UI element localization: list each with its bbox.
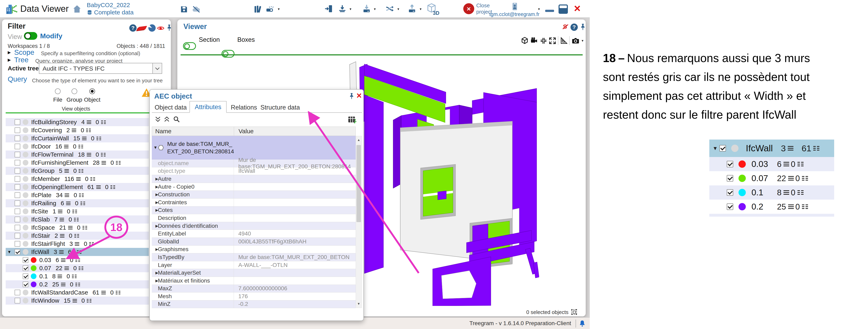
row-expander-icon[interactable]: ▶ xyxy=(152,177,158,181)
tree-row[interactable]: IfcOpeningElement610 xyxy=(6,183,149,191)
viewer-video-icon[interactable] xyxy=(530,36,538,44)
tree-row[interactable]: IfcFurnishingElement280 xyxy=(6,159,149,167)
screenshot-camera-icon[interactable] xyxy=(571,36,580,45)
shuffle-caret-icon[interactable]: ▼ xyxy=(397,7,400,11)
close-window-button[interactable]: × xyxy=(574,2,581,15)
tree-row-checkbox[interactable] xyxy=(14,209,20,214)
filter-help-icon[interactable]: ? xyxy=(129,24,136,32)
row-expander-icon[interactable]: ▶ xyxy=(152,185,158,189)
upload-caret-icon[interactable]: ▼ xyxy=(419,7,422,11)
attribute-row[interactable]: LayerA-WALL-___-OTLN xyxy=(152,261,356,269)
checkbox[interactable] xyxy=(719,145,726,151)
notifications-bell-icon[interactable] xyxy=(579,320,586,327)
tree-row-checkbox[interactable] xyxy=(14,298,20,303)
viewer-pin-icon[interactable] xyxy=(579,23,587,31)
tree-row[interactable]: IfcFlowTerminal180 xyxy=(6,150,149,159)
row-expander-icon[interactable]: ▶ xyxy=(152,224,158,228)
attribute-row[interactable]: ▶Matériaux et finitions xyxy=(152,277,356,285)
checkbox[interactable] xyxy=(727,204,733,210)
attribute-row[interactable]: MaxZ7.60000000000006 xyxy=(152,285,356,293)
download-tray-caret-icon[interactable]: ▼ xyxy=(349,7,352,11)
expand-all-icon[interactable] xyxy=(163,116,170,123)
tab-relations[interactable]: Relations xyxy=(231,104,257,111)
collapse-all-icon[interactable] xyxy=(154,116,161,123)
tree-row[interactable]: IfcSlab70 xyxy=(6,215,149,223)
tree-row-checkbox[interactable] xyxy=(23,257,28,263)
selected-object-row[interactable]: ▼ Mur de base:TGM_MUR_EXT_200_BETON:2808… xyxy=(152,136,356,159)
filter-eye-icon[interactable] xyxy=(157,24,164,32)
tree-row-checkbox[interactable] xyxy=(23,281,28,287)
attribute-row[interactable]: ▶Construction xyxy=(152,191,356,199)
row-expander-icon[interactable]: ▼ xyxy=(152,145,157,150)
attribute-row[interactable]: ▶Cotes xyxy=(152,207,356,214)
tree-row-checkbox[interactable] xyxy=(14,127,20,133)
attribute-row[interactable]: ▶Données d'identification xyxy=(152,222,356,230)
attribute-row[interactable]: ▶Contraintes xyxy=(152,199,356,207)
tree-row-checkbox[interactable] xyxy=(14,144,20,149)
row-expander-icon[interactable]: ▶ xyxy=(152,200,158,205)
shuffle-icon[interactable] xyxy=(385,4,395,13)
minimize-button[interactable] xyxy=(545,10,554,12)
tree-row[interactable]: 0.2250 xyxy=(6,280,149,289)
close-project-button[interactable]: × xyxy=(463,3,474,14)
tree-row-checkbox[interactable] xyxy=(14,168,20,174)
import-icon[interactable] xyxy=(324,4,333,13)
tree-row-checkbox[interactable] xyxy=(14,152,20,157)
view-modify-toggle[interactable] xyxy=(24,32,37,40)
search-icon[interactable] xyxy=(173,116,180,123)
radio-button[interactable] xyxy=(55,88,61,94)
query-section-label[interactable]: Query xyxy=(8,75,27,83)
active-tree-select[interactable]: Audit IFC - TYPES IFC xyxy=(39,63,162,74)
tree-row[interactable]: IfcWallStandardCase610 xyxy=(6,289,149,297)
attribute-row[interactable]: MinZ-0.2 xyxy=(152,300,356,308)
zoom-fit-icon[interactable] xyxy=(540,37,548,44)
library-icon[interactable] xyxy=(253,4,262,14)
projector-caret-icon[interactable]: ▼ xyxy=(277,7,280,11)
checkbox[interactable] xyxy=(727,189,733,196)
scrollbar-thumb[interactable] xyxy=(356,145,361,222)
tree-row[interactable]: IfcPlate340 xyxy=(6,191,149,199)
expander-icon[interactable]: ▼ xyxy=(709,145,719,151)
tree-row[interactable]: IfcSite10 xyxy=(6,207,149,215)
attribute-row[interactable]: EntityLabel4940 xyxy=(152,230,356,238)
scope-section-label[interactable]: Scope xyxy=(14,48,34,56)
column-header-name[interactable]: Name xyxy=(152,128,234,135)
download-box-caret-icon[interactable]: ▼ xyxy=(373,7,376,11)
attribute-row[interactable]: IsTypedByMur de base:TGM_MUR_EXT_200_BET… xyxy=(152,253,356,261)
tree-row[interactable]: IfcCovering20 xyxy=(6,126,149,134)
attribute-row[interactable]: object.nameMur de base:TGM_MUR_EXT_200_B… xyxy=(152,159,356,167)
tree-row-checkbox[interactable] xyxy=(14,136,20,141)
scope-expander-icon[interactable]: ▶ xyxy=(8,50,11,55)
viewer-help-icon[interactable]: ? xyxy=(570,24,578,31)
section-disabled-icon[interactable]: S xyxy=(562,23,568,30)
aec-scrollbar[interactable]: ▲ ▼ xyxy=(356,136,362,308)
scroll-down-button[interactable]: ▼ xyxy=(356,300,362,308)
boxes-toggle[interactable] xyxy=(221,50,235,58)
download-tray-icon[interactable] xyxy=(338,4,347,13)
project-name[interactable]: BabyCO2_2022 xyxy=(87,2,130,8)
attribute-row[interactable]: object.typeIfcWall xyxy=(152,167,356,175)
measure-icon[interactable] xyxy=(560,36,568,44)
tree-row[interactable]: IfcRailing60 xyxy=(6,199,149,207)
tab-object-data[interactable]: Object data xyxy=(155,104,187,111)
row-expander-icon[interactable]: ▶ xyxy=(152,278,158,283)
section-toggle[interactable] xyxy=(183,42,196,50)
tree-row[interactable]: 0.07220 xyxy=(6,264,149,272)
aec-close-icon[interactable]: × xyxy=(356,90,362,100)
tree-row[interactable]: IfcGroup50 xyxy=(6,167,149,175)
user-badge-icon[interactable] xyxy=(510,1,519,12)
attribute-row[interactable]: ▶Autre xyxy=(152,175,356,183)
cloud-offline-icon[interactable] xyxy=(190,5,202,14)
filter-pin-icon[interactable] xyxy=(165,24,173,32)
tree-row-checkbox[interactable] xyxy=(14,249,20,255)
user-caret-icon[interactable]: ▼ xyxy=(537,7,540,11)
home-icon[interactable] xyxy=(72,4,82,14)
tab-attributes[interactable]: Attributes xyxy=(189,101,226,113)
tree-row[interactable]: IfcStairFlight30 xyxy=(6,240,149,248)
tree-row-checkbox[interactable] xyxy=(14,233,20,239)
row-expander-icon[interactable]: ▶ xyxy=(152,208,158,212)
save-icon[interactable] xyxy=(180,5,188,14)
download-box-icon[interactable] xyxy=(362,4,371,13)
tree-row-checkbox[interactable] xyxy=(14,290,20,295)
filter-eraser-icon[interactable] xyxy=(137,26,147,30)
